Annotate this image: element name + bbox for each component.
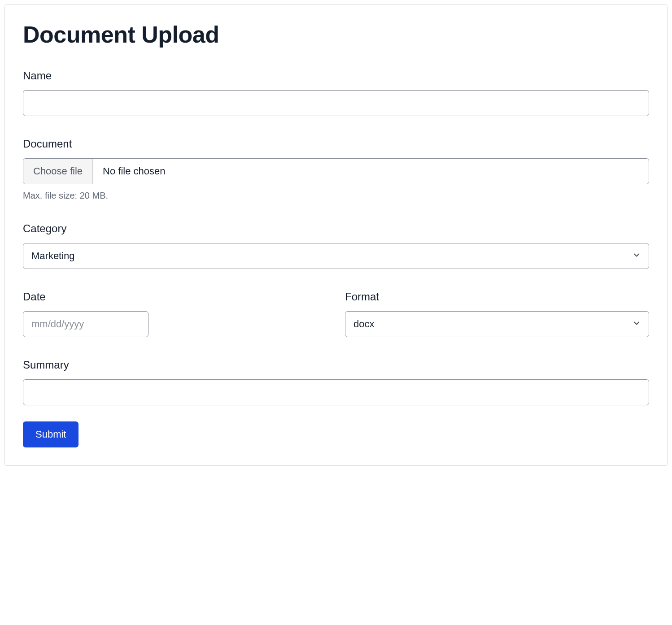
format-select[interactable]: docx xyxy=(345,311,649,337)
category-select[interactable]: Marketing xyxy=(23,243,649,269)
file-help-text: Max. file size: 20 MB. xyxy=(23,191,649,201)
summary-label: Summary xyxy=(23,359,649,371)
upload-form-container: Document Upload Name Document Choose fil… xyxy=(4,4,668,466)
date-input[interactable] xyxy=(23,311,148,337)
name-field-group: Name xyxy=(23,69,649,116)
name-input[interactable] xyxy=(23,90,649,116)
summary-field-group: Summary xyxy=(23,359,649,405)
category-field-group: Category Marketing xyxy=(23,222,649,269)
date-format-row: Date Format docx xyxy=(23,291,649,337)
name-label: Name xyxy=(23,69,649,82)
category-label: Category xyxy=(23,222,649,235)
format-select-wrapper: docx xyxy=(345,311,649,337)
date-field-group: Date xyxy=(23,291,327,337)
file-input-wrapper: Choose file No file chosen xyxy=(23,158,649,184)
submit-button[interactable]: Submit xyxy=(23,421,79,447)
choose-file-button[interactable]: Choose file xyxy=(23,159,93,184)
date-label: Date xyxy=(23,291,327,303)
format-label: Format xyxy=(345,291,649,303)
document-field-group: Document Choose file No file chosen Max.… xyxy=(23,138,649,201)
document-label: Document xyxy=(23,138,649,150)
page-title: Document Upload xyxy=(23,21,649,48)
file-status-text: No file chosen xyxy=(93,159,175,184)
category-select-wrapper: Marketing xyxy=(23,243,649,269)
summary-input[interactable] xyxy=(23,379,649,405)
format-field-group: Format docx xyxy=(345,291,649,337)
